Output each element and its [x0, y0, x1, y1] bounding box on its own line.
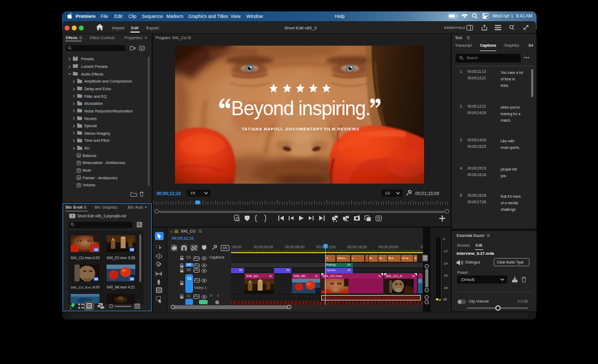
svg-text:32: 32: [140, 47, 144, 50]
